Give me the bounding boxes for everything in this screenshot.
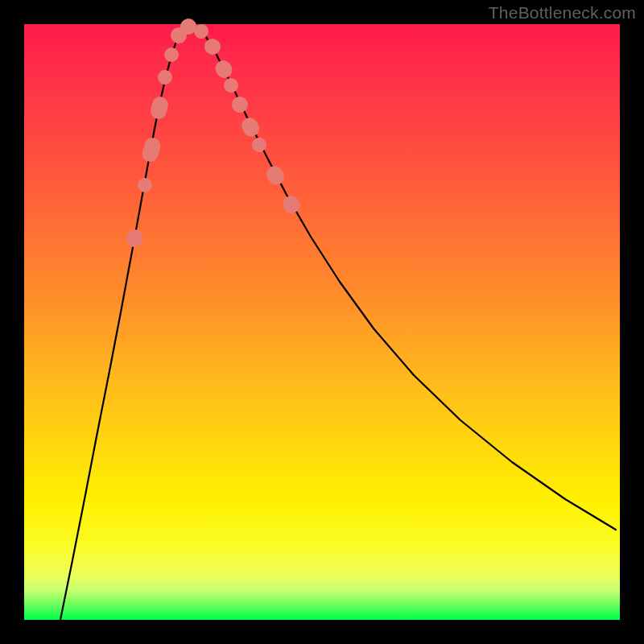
bead-marker (156, 68, 173, 85)
svg-rect-14 (250, 135, 270, 155)
bead-marker (149, 95, 170, 121)
bead-marker (221, 76, 241, 95)
svg-rect-11 (221, 76, 241, 95)
svg-rect-0 (124, 227, 145, 250)
bead-marker (136, 176, 155, 195)
svg-rect-4 (156, 68, 173, 85)
svg-rect-1 (136, 176, 155, 195)
svg-rect-12 (229, 93, 250, 115)
bead-marker (163, 47, 180, 64)
plot-area (24, 24, 620, 620)
bead-marker (213, 57, 235, 80)
watermark-text: TheBottleneck.com (489, 3, 636, 23)
bead-marker (250, 135, 270, 155)
svg-rect-2 (140, 136, 162, 163)
bead-marker (229, 93, 250, 115)
bead-marker (263, 163, 287, 188)
outer-black-frame: TheBottleneck.com (0, 0, 644, 644)
svg-rect-3 (149, 95, 170, 121)
bead-marker (280, 192, 303, 216)
bead-marker (124, 227, 145, 250)
svg-rect-9 (201, 35, 224, 58)
bead-marker (239, 115, 262, 140)
curve-svg (24, 24, 620, 620)
svg-rect-13 (239, 115, 262, 140)
markers-group (124, 17, 303, 249)
bottleneck-curve (60, 26, 616, 620)
svg-rect-10 (213, 57, 235, 80)
bead-marker (140, 136, 162, 163)
svg-rect-15 (263, 163, 287, 188)
bead-marker (201, 35, 224, 58)
svg-rect-16 (280, 192, 303, 216)
svg-rect-5 (163, 47, 180, 64)
